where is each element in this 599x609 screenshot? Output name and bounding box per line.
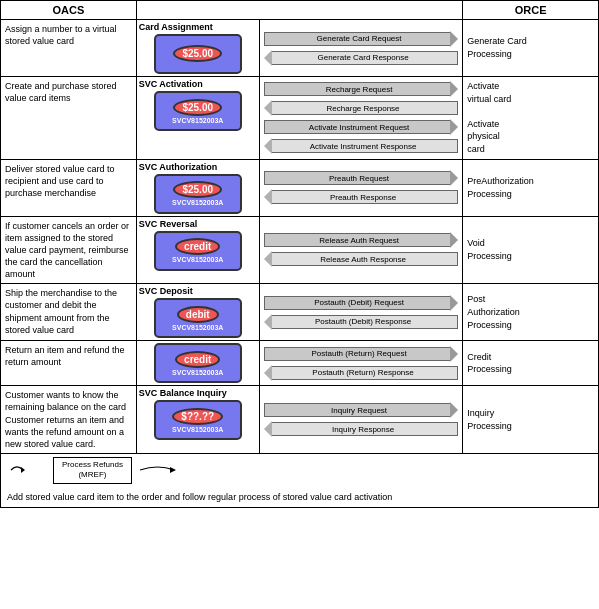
arrow-tip-right [450,295,458,311]
section-title: SVC Deposit [139,286,257,296]
section-title: SVC Activation [139,79,257,89]
arrow-right: Postauth (Return) Request [264,345,459,362]
card-amount: $25.00 [173,45,222,62]
desc-cell-svc-activation: Create and purchase stored value card it… [1,77,137,160]
card-amount: $25.00 [173,99,222,116]
arrow-label: Postauth (Debit) Request [264,296,451,310]
card-widget: creditSVCV8152003A [154,231,242,271]
arrows-cell-svc-return: Postauth (Return) Request Postauth (Retu… [259,341,463,386]
arrow-right: Activate Instrument Request [264,119,459,136]
arrows-cell-svc-deposit: Postauth (Debit) Request Postauth (Debit… [259,284,463,341]
arrow-label: Activate Instrument Response [272,139,459,153]
card-amount: $??.?? [172,408,223,425]
section-title: SVC Authorization [139,162,257,172]
svg-marker-1 [170,467,176,473]
orce-cell-svc-reversal: Void Processing [463,216,599,284]
bottom-note: Add stored value card item to the order … [1,489,598,507]
arrows-cell-svc-authorization: Preauth Request Preauth Response [259,159,463,216]
card-amount: debit [177,306,219,323]
orce-cell-svc-authorization: PreAuthorization Processing [463,159,599,216]
arrow-label: Postauth (Return) Request [264,347,451,361]
arrow-tip-left [264,421,272,437]
arrow-label: Generate Card Request [264,32,451,46]
card-widget: $25.00 [154,34,242,74]
arrow-tip-left [264,189,272,205]
arrow-label: Generate Card Response [272,51,459,65]
arrow-left: Inquiry Response [264,421,459,438]
card-svc-id: SVCV8152003A [172,256,223,263]
arrow-tip-right [450,170,458,186]
orce-header: ORCE [463,1,599,20]
arrow-left: Generate Card Response [264,49,459,66]
card-cell-svc-return: creditSVCV8152003A [136,341,259,386]
card-svc-id: SVCV8152003A [172,117,223,124]
process-refunds-box: Process Refunds (MREF) [53,457,132,484]
arrow-right: Postauth (Debit) Request [264,294,459,311]
center-header [136,1,463,20]
card-amount: credit [175,238,220,255]
card-svc-id: SVCV8152003A [172,369,223,376]
arrow-label: Recharge Response [272,101,459,115]
arrow-tip-left [264,138,272,154]
card-cell-svc-balance: SVC Balance Inquiry$??.??SVCV8152003A [136,386,259,454]
arrow-label: Inquiry Response [272,422,459,436]
section-title: Card Assignment [139,22,257,32]
card-amount: $25.00 [173,181,222,198]
card-widget: $??.??SVCV8152003A [154,400,242,440]
arrow-left: Preauth Response [264,189,459,206]
arrow-tip-right [450,346,458,362]
card-widget: $25.00SVCV8152003A [154,91,242,131]
arrow-left: Recharge Response [264,100,459,117]
card-amount: credit [175,351,220,368]
card-svc-id: SVCV8152003A [172,426,223,433]
arrow-left: Postauth (Debit) Response [264,313,459,330]
desc-cell-svc-deposit: Ship the merchandise to the customer and… [1,284,137,341]
desc-cell-svc-authorization: Deliver stored value card to recipient a… [1,159,137,216]
arrow-right: Preauth Request [264,170,459,187]
card-widget: debitSVCV8152003A [154,298,242,338]
card-cell-svc-deposit: SVC DepositdebitSVCV8152003A [136,284,259,341]
arrow-label: Preauth Response [272,190,459,204]
arrow-tip-left [264,251,272,267]
arrow-label: Release Auth Request [264,233,451,247]
arrow-label: Postauth (Return) Response [272,366,459,380]
section-title: SVC Reversal [139,219,257,229]
arrow-tip-left [264,50,272,66]
arrow-label: Inquiry Request [264,403,451,417]
card-svc-id: SVCV8152003A [172,324,223,331]
arrow-label: Preauth Request [264,171,451,185]
diagram-table: OACS ORCE Assign a number to a virtual s… [0,0,599,508]
arrows-cell-svc-reversal: Release Auth Request Release Auth Respon… [259,216,463,284]
section-title: SVC Balance Inquiry [139,388,257,398]
card-cell-svc-activation: SVC Activation$25.00SVCV8152003A [136,77,259,160]
card-cell-svc-authorization: SVC Authorization$25.00SVCV8152003A [136,159,259,216]
arrow-left: Release Auth Response [264,251,459,268]
arrow-tip-right [450,402,458,418]
arrows-cell-card-assignment: Generate Card Request Generate Card Resp… [259,20,463,77]
desc-cell-card-assignment: Assign a number to a virtual stored valu… [1,20,137,77]
card-cell-svc-reversal: SVC ReversalcreditSVCV8152003A [136,216,259,284]
arrow-label: Postauth (Debit) Response [272,315,459,329]
arrow-tip-left [264,365,272,381]
desc-cell-svc-reversal: If customer cancels an order or item ass… [1,216,137,284]
arrow-tip-right [450,31,458,47]
arrow-tip-right [450,232,458,248]
arrow-label: Release Auth Response [272,252,459,266]
arrow-tip-left [264,100,272,116]
desc-cell-svc-balance: Customer wants to know the remaining bal… [1,386,137,454]
arrow-right: Recharge Request [264,81,459,98]
arrow-label: Recharge Request [264,82,451,96]
arrow-tip-right [450,119,458,135]
orce-cell-svc-deposit: Post Authorization Processing [463,284,599,341]
orce-cell-svc-activation: Activate virtual card Activate physical … [463,77,599,160]
arrow-right: Inquiry Request [264,402,459,419]
desc-cell-svc-return: Return an item and refund the return amo… [1,341,137,386]
arrows-cell-svc-balance: Inquiry Request Inquiry Response [259,386,463,454]
arrow-right: Generate Card Request [264,30,459,47]
card-cell-card-assignment: Card Assignment$25.00 [136,20,259,77]
arrow-tip-left [264,314,272,330]
card-widget: $25.00SVCV8152003A [154,174,242,214]
card-widget: creditSVCV8152003A [154,343,242,383]
orce-cell-card-assignment: Generate Card Processing [463,20,599,77]
arrow-left: Activate Instrument Response [264,138,459,155]
